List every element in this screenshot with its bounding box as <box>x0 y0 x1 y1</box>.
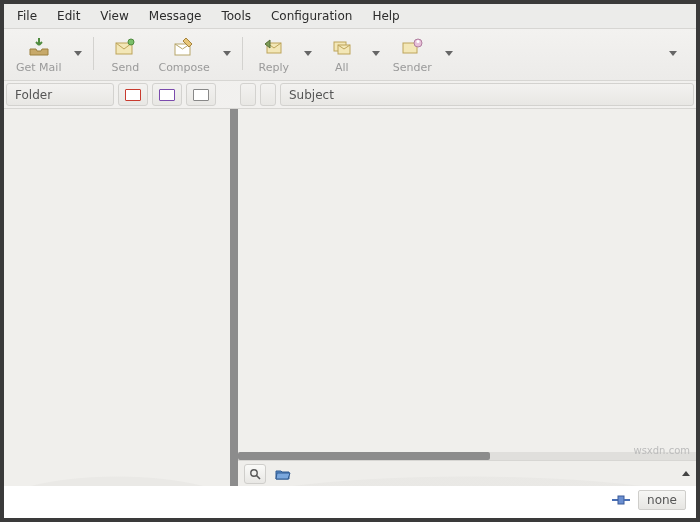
pane-splitter[interactable] <box>230 109 238 486</box>
search-button[interactable] <box>244 464 266 484</box>
svg-point-8 <box>417 40 420 43</box>
toolbar-separator <box>93 37 94 70</box>
toolbar-separator <box>242 37 243 70</box>
send-label: Send <box>112 61 140 74</box>
svg-line-10 <box>257 475 261 479</box>
menu-edit[interactable]: Edit <box>48 6 89 26</box>
reply-all-button[interactable]: All <box>317 33 367 74</box>
reply-sender-label: Sender <box>393 61 432 74</box>
reply-all-label: All <box>335 61 349 74</box>
inbox-download-icon <box>27 35 51 59</box>
svg-point-1 <box>128 39 134 45</box>
body-split <box>4 109 696 486</box>
get-mail-button[interactable]: Get Mail <box>8 33 69 74</box>
menu-file[interactable]: File <box>8 6 46 26</box>
scrollbar-thumb[interactable] <box>238 452 490 460</box>
menu-tools[interactable]: Tools <box>212 6 260 26</box>
reply-label: Reply <box>259 61 289 74</box>
compose-button[interactable]: Compose <box>150 33 217 74</box>
decorative-curve <box>4 396 230 486</box>
mail-filter-read[interactable] <box>186 83 216 106</box>
folder-open-icon <box>275 468 291 480</box>
reply-icon <box>262 35 286 59</box>
message-pane <box>238 109 696 486</box>
open-folder-button[interactable] <box>272 464 294 484</box>
mail-unread-icon <box>125 89 141 101</box>
send-mail-icon <box>113 35 137 59</box>
menu-help[interactable]: Help <box>363 6 408 26</box>
menu-message[interactable]: Message <box>140 6 211 26</box>
horizontal-scrollbar[interactable] <box>238 452 696 460</box>
search-icon <box>249 468 261 480</box>
reply-all-icon <box>330 35 354 59</box>
status-mode[interactable]: none <box>638 490 686 510</box>
compose-dropdown[interactable] <box>218 33 236 74</box>
subject-header[interactable]: Subject <box>280 83 694 106</box>
flag-col-header[interactable] <box>260 83 276 106</box>
mail-filter-unread[interactable] <box>118 83 148 106</box>
app-window: File Edit View Message Tools Configurati… <box>0 0 700 522</box>
reply-all-dropdown[interactable] <box>367 33 385 74</box>
menu-configuration[interactable]: Configuration <box>262 6 361 26</box>
status-col-header[interactable] <box>240 83 256 106</box>
get-mail-dropdown[interactable] <box>69 33 87 74</box>
reply-sender-dropdown[interactable] <box>440 33 458 74</box>
reply-button[interactable]: Reply <box>249 33 299 74</box>
connection-icon[interactable] <box>612 494 630 506</box>
mail-new-icon <box>159 89 175 101</box>
menu-view[interactable]: View <box>91 6 137 26</box>
toolbar-overflow[interactable] <box>664 51 682 56</box>
sender-icon <box>400 35 424 59</box>
mail-filter-new[interactable] <box>152 83 182 106</box>
bottom-toolbar <box>238 460 696 486</box>
main-toolbar: Get Mail Send Compose <box>4 29 696 81</box>
get-mail-label: Get Mail <box>16 61 61 74</box>
menu-bar: File Edit View Message Tools Configurati… <box>4 4 696 29</box>
collapse-arrow[interactable] <box>682 471 690 476</box>
status-bar: none <box>4 486 696 518</box>
mail-read-icon <box>193 89 209 101</box>
folder-header[interactable]: Folder <box>6 83 114 106</box>
svg-point-9 <box>251 469 257 475</box>
compose-label: Compose <box>158 61 209 74</box>
folder-pane[interactable] <box>4 109 230 486</box>
header-gap <box>220 83 236 106</box>
send-button[interactable]: Send <box>100 33 150 74</box>
svg-rect-12 <box>618 496 624 504</box>
reply-sender-button[interactable]: Sender <box>385 33 440 74</box>
message-list[interactable] <box>238 109 696 452</box>
compose-icon <box>172 35 196 59</box>
reply-dropdown[interactable] <box>299 33 317 74</box>
column-headers: Folder Subject <box>4 81 696 109</box>
